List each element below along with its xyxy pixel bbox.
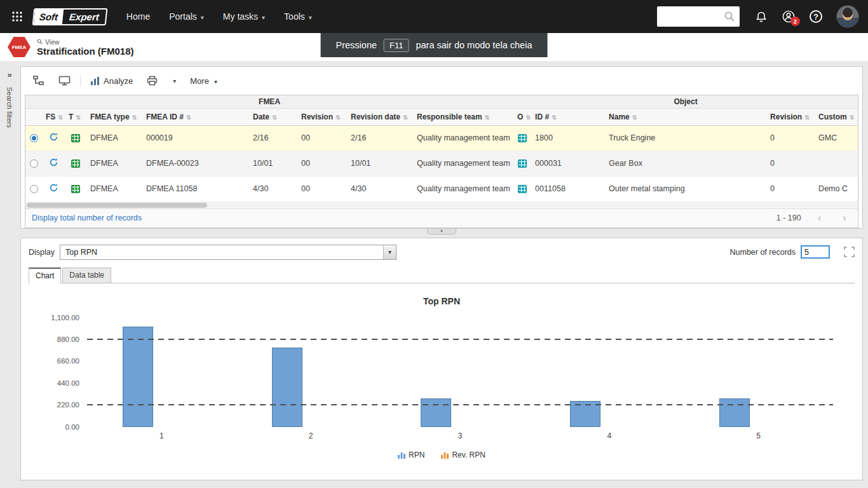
sort-icon[interactable]: [272, 114, 277, 121]
x-tick: 2: [236, 431, 386, 440]
prev-page-button[interactable]: [813, 212, 827, 224]
col-responsible-team[interactable]: Responsible team: [413, 108, 513, 125]
help-circle: [810, 10, 822, 23]
softexpert-logo[interactable]: Soft Expert: [32, 8, 108, 25]
cell-object-id: 000031: [531, 151, 605, 176]
maximize-panel-icon[interactable]: [844, 247, 855, 257]
cell-revision: 00: [297, 151, 347, 176]
next-page-button[interactable]: [837, 212, 851, 224]
col-o[interactable]: O: [513, 108, 531, 125]
fmea-structure-icon[interactable]: [49, 160, 58, 169]
print-button[interactable]: [141, 72, 163, 90]
nav-portals[interactable]: Portals: [159, 0, 214, 33]
col-t[interactable]: T: [65, 108, 86, 125]
x-tick: 5: [684, 431, 833, 440]
sort-icon[interactable]: [804, 114, 810, 121]
col-object-id-label: ID #: [535, 112, 549, 121]
col-object-revision-label: Revision: [770, 112, 802, 121]
sort-icon[interactable]: [76, 114, 81, 121]
f11-key: F11: [384, 39, 409, 52]
chart-legend: RPN Rev. RPN: [29, 451, 855, 459]
display-select[interactable]: Top RPN: [60, 245, 397, 260]
select-dropdown-icon[interactable]: [383, 245, 396, 259]
fmea-structure-icon[interactable]: [49, 186, 58, 194]
nav-my-tasks[interactable]: My tasks: [214, 0, 275, 33]
cell-object-revision: 0: [766, 151, 815, 176]
chevron-down-icon: [213, 76, 217, 86]
col-fs[interactable]: FS: [42, 108, 65, 125]
cell-date: 4/30: [249, 176, 297, 201]
search-icon[interactable]: [724, 11, 735, 25]
logo-soft: Soft: [34, 10, 64, 24]
nav-home[interactable]: Home: [117, 0, 159, 33]
print-dropdown-button[interactable]: [166, 74, 182, 88]
search-filters-label[interactable]: Search filters: [6, 87, 13, 128]
chart-plot: [87, 318, 833, 427]
records-table-wrap: FMEA Object FS T FMEA type FMEA ID # Dat…: [25, 95, 858, 228]
col-fmea-id[interactable]: FMEA ID #: [142, 108, 249, 125]
expand-filters-icon[interactable]: [7, 70, 11, 79]
fmea-structure-icon[interactable]: [49, 135, 58, 144]
number-of-records-input[interactable]: [801, 245, 830, 259]
tab-data-table[interactable]: Data table: [62, 268, 111, 283]
splitter-handle[interactable]: [427, 229, 456, 234]
chart-body: 1,100.00 880.00 660.00 440.00 220.00 0.0…: [29, 318, 855, 427]
structure-tree-button[interactable]: [27, 72, 50, 90]
table-row[interactable]: DFMEA DFMEA-00023 10/01 00 10/01 Quality…: [25, 151, 858, 176]
sort-icon[interactable]: [58, 114, 63, 121]
legend-rev-rpn[interactable]: Rev. RPN: [441, 451, 485, 459]
object-icon[interactable]: [518, 134, 527, 142]
row-radio-button[interactable]: [30, 185, 38, 193]
table-row[interactable]: DFMEA DFMEA 11058 4/30 00 4/30 Quality m…: [25, 176, 858, 201]
tab-chart[interactable]: Chart: [29, 268, 61, 283]
scrollbar-thumb[interactable]: [27, 203, 207, 208]
cell-customer: GMC: [815, 125, 858, 151]
more-button[interactable]: More: [184, 72, 223, 90]
nav-my-tasks-label: My tasks: [223, 11, 258, 22]
record-range: 1 - 190: [776, 214, 801, 222]
sort-icon[interactable]: [485, 114, 490, 121]
cell-revision-date: 4/30: [347, 176, 413, 201]
sort-icon[interactable]: [186, 114, 191, 121]
user-avatar[interactable]: [836, 5, 859, 28]
search-filters-strip: Search filters: [0, 61, 19, 488]
object-icon[interactable]: [518, 159, 527, 168]
column-header-row: FS T FMEA type FMEA ID # Date Revision R…: [25, 108, 858, 125]
sort-icon[interactable]: [552, 114, 557, 121]
sort-icon[interactable]: [336, 114, 341, 121]
sort-icon[interactable]: [132, 114, 137, 121]
pending-tasks-icon[interactable]: 2: [782, 10, 796, 24]
preview-button[interactable]: [53, 72, 76, 90]
col-object-id[interactable]: ID #: [531, 108, 605, 125]
col-revision[interactable]: Revision: [297, 108, 347, 125]
sort-icon[interactable]: [526, 114, 531, 121]
object-icon[interactable]: [518, 185, 527, 193]
nav-tools[interactable]: Tools: [275, 0, 322, 33]
apps-grid-icon[interactable]: [9, 8, 25, 25]
col-revision-date-label: Revision date: [351, 112, 400, 121]
col-fmea-type[interactable]: FMEA type: [86, 108, 142, 125]
col-date[interactable]: Date: [249, 108, 297, 125]
legend-rpn[interactable]: RPN: [398, 451, 424, 459]
col-customer[interactable]: Custom: [815, 108, 858, 125]
table-row[interactable]: DFMEA 000019 2/16 00 2/16 Quality manage…: [25, 125, 858, 151]
horizontal-scrollbar[interactable]: [25, 202, 858, 208]
fmea-table-icon[interactable]: [71, 185, 80, 193]
analyze-label: Analyze: [104, 76, 133, 86]
row-radio-button[interactable]: [30, 159, 38, 168]
bell-icon[interactable]: [755, 10, 768, 24]
analyze-button[interactable]: Analyze: [85, 72, 139, 90]
sort-icon[interactable]: [632, 114, 637, 121]
fmea-table-icon[interactable]: [71, 159, 80, 168]
sort-icon[interactable]: [403, 114, 408, 121]
col-fmea-id-label: FMEA ID #: [146, 112, 184, 121]
sort-icon[interactable]: [850, 114, 855, 121]
row-radio-button[interactable]: [30, 134, 38, 142]
fmea-table-icon[interactable]: [71, 134, 80, 142]
help-icon[interactable]: [810, 10, 822, 23]
bar-chart-icon: [90, 76, 100, 85]
col-revision-date[interactable]: Revision date: [347, 108, 413, 125]
display-total-link[interactable]: Display total number of records: [32, 214, 142, 222]
col-object-name[interactable]: Name: [605, 108, 766, 125]
col-object-revision[interactable]: Revision: [766, 108, 815, 125]
